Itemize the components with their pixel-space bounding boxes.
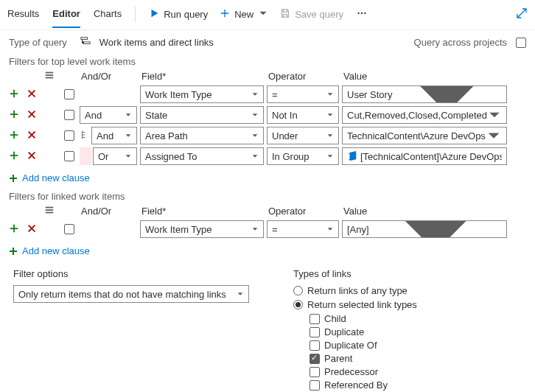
svg-rect-6 [46, 74, 54, 76]
operator-select[interactable]: = [267, 85, 339, 103]
radio-selected-types[interactable]: Return selected link types [293, 299, 417, 310]
top-clause: Or Assigned To In Group [TechnicalConten… [0, 146, 535, 167]
clause-checkbox[interactable] [64, 224, 74, 234]
svg-rect-8 [46, 207, 54, 209]
header-field: Field* [140, 71, 264, 82]
group-column-icon[interactable] [44, 205, 59, 217]
linktype-child[interactable]: Child [310, 313, 417, 324]
query-across-projects-label: Query across projects [414, 37, 507, 48]
linktype-predecessor[interactable]: Predecessor [310, 366, 417, 377]
operator-select[interactable]: Under [267, 127, 339, 144]
fullscreen-button[interactable] [516, 7, 528, 29]
link-type-sublist: Child Duplicate Duplicate Of Parent Pred… [293, 313, 417, 392]
remove-clause-icon[interactable] [27, 88, 41, 101]
field-select[interactable]: Area Path [140, 127, 264, 144]
group-indicator-icon[interactable] [80, 130, 90, 142]
andor-select[interactable]: Or [93, 147, 137, 165]
play-icon [149, 8, 159, 21]
more-button[interactable] [357, 8, 367, 28]
radio-any-type[interactable]: Return links of any type [293, 285, 417, 296]
add-new-clause-top[interactable]: Add new clause [0, 167, 535, 189]
add-new-clause-linked[interactable]: Add new clause [0, 239, 535, 262]
toolbar: Results Editor Charts Run query New Save… [0, 0, 535, 29]
tabs: Results Editor Charts [7, 8, 122, 28]
plus-icon [220, 8, 230, 21]
svg-point-1 [361, 12, 363, 13]
andor-select[interactable]: And [80, 106, 137, 124]
svg-rect-4 [83, 42, 90, 44]
clause-checkbox[interactable] [64, 89, 74, 99]
remove-clause-icon[interactable] [27, 150, 41, 163]
value-select[interactable]: Cut,Removed,Closed,Completed [342, 106, 507, 124]
query-type-row: Type of query Work items and direct link… [0, 30, 535, 55]
svg-rect-5 [46, 72, 54, 74]
group-column-icon[interactable] [44, 70, 59, 83]
chevron-down-icon [258, 8, 268, 21]
field-select[interactable]: State [140, 106, 264, 124]
top-filters-heading: Filters for top level work items [0, 55, 535, 69]
andor-select[interactable]: And [91, 127, 137, 144]
azure-devops-icon [347, 150, 357, 163]
header-operator: Operator [267, 71, 339, 82]
add-clause-icon[interactable] [9, 88, 24, 101]
remove-clause-icon[interactable] [27, 109, 41, 122]
svg-rect-7 [46, 77, 54, 79]
header-andor: And/Or [80, 71, 137, 82]
linked-clause: Work Item Type = [Any] [0, 219, 535, 239]
operator-select[interactable]: In Group [267, 147, 339, 165]
field-select[interactable]: Work Item Type [140, 85, 264, 103]
svg-rect-10 [46, 212, 54, 214]
link-types-col: Types of links Return links of any type … [293, 268, 417, 392]
filter-options-select[interactable]: Only return items that do not have match… [13, 285, 249, 303]
svg-point-0 [357, 12, 359, 13]
field-select[interactable]: Assigned To [140, 147, 264, 165]
save-icon [280, 8, 290, 21]
expand-icon [516, 7, 528, 21]
tab-charts[interactable]: Charts [94, 8, 122, 28]
filter-options-col: Filter options Only return items that do… [13, 268, 249, 392]
operator-select[interactable]: = [267, 220, 339, 238]
query-across-projects-checkbox[interactable] [516, 38, 526, 48]
linked-header-row: And/Or Field* Operator Value [0, 203, 535, 219]
filter-options-label: Filter options [13, 268, 249, 279]
type-of-query-value[interactable]: Work items and direct links [99, 37, 214, 48]
field-select[interactable]: Work Item Type [140, 220, 264, 238]
remove-clause-icon[interactable] [27, 223, 41, 236]
linktype-referenced-by[interactable]: Referenced By [310, 379, 417, 391]
bottom-options: Filter options Only return items that do… [0, 262, 535, 392]
tab-results[interactable]: Results [7, 8, 39, 28]
top-clause: And Area Path Under TechnicalContent\Azu… [0, 125, 535, 146]
add-clause-icon[interactable] [9, 130, 24, 142]
top-clause: Work Item Type = User Story [0, 84, 535, 105]
type-of-query-label: Type of query [9, 37, 67, 48]
value-select[interactable]: TechnicalContent\Azure DevOps [342, 127, 507, 144]
toolbar-divider [135, 6, 136, 22]
run-query-button[interactable]: Run query [149, 8, 208, 28]
tab-editor[interactable]: Editor [52, 8, 80, 28]
linktype-duplicate-of[interactable]: Duplicate Of [310, 340, 417, 351]
svg-rect-9 [46, 209, 54, 211]
linked-filters-heading: Filters for linked work items [0, 189, 535, 203]
clause-checkbox[interactable] [64, 151, 74, 161]
save-query-button[interactable]: Save query [280, 8, 343, 28]
new-button[interactable]: New [220, 8, 268, 28]
value-select[interactable]: [TechnicalContent]\Azure DevOps [342, 147, 507, 165]
clause-checkbox[interactable] [64, 130, 74, 141]
top-clause: And State Not In Cut,Removed,Closed,Comp… [0, 105, 535, 125]
direct-links-icon [80, 36, 91, 49]
linktype-duplicate[interactable]: Duplicate [310, 326, 417, 337]
remove-clause-icon[interactable] [27, 130, 41, 142]
value-select[interactable]: [Any] [342, 220, 507, 238]
linktype-parent[interactable]: Parent [310, 353, 417, 364]
svg-point-2 [364, 12, 366, 13]
header-value: Value [342, 71, 507, 82]
link-types-label: Types of links [293, 268, 417, 279]
operator-select[interactable]: Not In [267, 106, 339, 124]
add-clause-icon[interactable] [9, 109, 24, 122]
value-select[interactable]: User Story [342, 85, 507, 103]
clause-checkbox[interactable] [64, 110, 74, 120]
top-header-row: And/Or Field* Operator Value [0, 69, 535, 84]
group-indent-marker [80, 147, 91, 165]
add-clause-icon[interactable] [9, 223, 24, 236]
add-clause-icon[interactable] [9, 150, 24, 163]
